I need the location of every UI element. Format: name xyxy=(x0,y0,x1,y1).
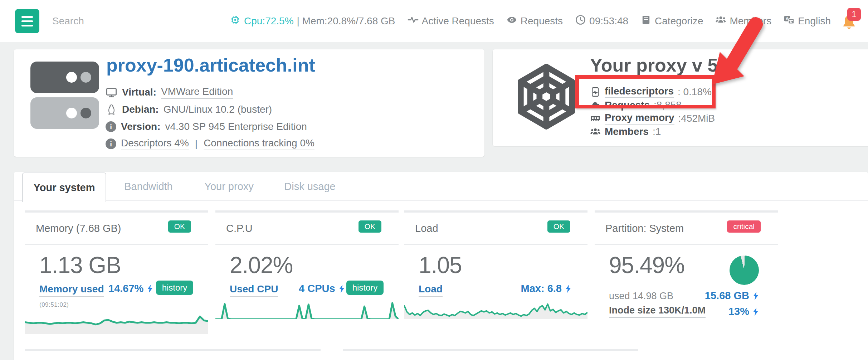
memory-usage-text: | Mem:20.8%/7.68 GB xyxy=(297,15,395,27)
nav-language[interactable]: A English xyxy=(784,14,831,28)
memory-used-link[interactable]: Memory used xyxy=(39,283,104,297)
load-max-value: Max: 6.8 xyxy=(521,283,562,295)
filedescriptors-value: : 0.18% xyxy=(678,86,712,98)
cpu-count-value: 4 CPUs xyxy=(299,283,335,295)
members-line: Members :1 xyxy=(590,125,715,138)
cpu-usage-sparkline xyxy=(215,302,399,319)
nav-categorize[interactable]: Categorize xyxy=(640,14,703,28)
used-cpu-link[interactable]: Used CPU xyxy=(230,283,278,297)
spider-web-icon xyxy=(511,61,582,132)
requests-value: :8,858 xyxy=(654,99,682,111)
next-panel-top-rule xyxy=(343,349,638,351)
system-stats: Cpu:72.5% | Mem:20.8%/7.68 GB xyxy=(230,14,395,28)
panel-divider xyxy=(595,244,778,245)
connections-tracking-link[interactable]: Connections tracking 0% xyxy=(204,137,314,150)
inode-percent-value: 13% xyxy=(728,306,749,317)
search-input[interactable] xyxy=(52,11,181,31)
cpu-status-badge: OK xyxy=(359,220,381,233)
memory-percent-value: 14.67% xyxy=(108,283,143,295)
server-stack-icon xyxy=(30,62,99,140)
virtual-info-line: Virtual: VMWare Edition xyxy=(106,84,314,101)
users-icon xyxy=(590,126,601,137)
separator: | xyxy=(194,138,199,150)
tab-disk-usage[interactable]: Disk usage xyxy=(270,172,349,201)
eye-icon xyxy=(506,14,517,28)
filedescriptors-link[interactable]: filedescriptors xyxy=(605,86,674,98)
load-max-metric: Max: 6.8 xyxy=(521,283,573,295)
memory-value: 1.13 GB xyxy=(39,252,121,278)
proxy-summary-card: Your proxy v 5 filedescriptors : 0.18% R… xyxy=(493,49,868,146)
nav-active-requests-label: Active Requests xyxy=(422,15,494,27)
virtual-edition-link[interactable]: VMWare Edition xyxy=(161,86,233,99)
cpu-chip-icon xyxy=(230,14,241,28)
info-icon xyxy=(106,138,116,149)
nav-requests[interactable]: Requests xyxy=(506,14,563,28)
virtual-label: Virtual: xyxy=(122,87,156,98)
requests-label: Requests xyxy=(605,99,650,111)
memory-status-badge: OK xyxy=(168,220,191,233)
penguin-icon xyxy=(106,104,117,116)
cloud-icon xyxy=(590,100,601,111)
memory-panel: Memory (7.68 GB) OK 1.13 GB Memory used … xyxy=(25,210,208,344)
filedescriptors-line: filedescriptors : 0.18% xyxy=(590,85,715,98)
server-hostname-link[interactable]: proxy-190.articatech.int xyxy=(106,54,315,76)
info-icon xyxy=(106,121,116,132)
cpu-count-metric: 4 CPUs xyxy=(299,283,347,295)
debian-info-line: Debian: GNU/Linux 10.2 (buster) xyxy=(106,101,314,118)
partition-panel-title: Partition: System xyxy=(605,223,684,234)
bolt-icon[interactable] xyxy=(564,284,573,293)
nav-categorize-label: Categorize xyxy=(655,15,703,27)
notification-count-badge[interactable]: 1 xyxy=(847,8,861,21)
inode-size-link[interactable]: Inode size 130K/1.0M xyxy=(609,305,706,318)
bolt-icon[interactable] xyxy=(751,307,761,316)
cpu-value: 2.02% xyxy=(230,252,293,278)
nav-members[interactable]: Members xyxy=(715,14,771,28)
load-value: 1.05 xyxy=(419,252,462,278)
activity-icon xyxy=(408,14,419,28)
clock-icon xyxy=(575,14,586,28)
nav-members-label: Members xyxy=(730,15,771,27)
partition-used-text: used 14.98 GB xyxy=(609,291,673,302)
dashboard-page: Cpu:72.5% | Mem:20.8%/7.68 GB Active Req… xyxy=(0,0,868,360)
cpu-history-button[interactable]: history xyxy=(346,281,384,295)
descriptors-link[interactable]: Descriptors 4% xyxy=(121,137,189,150)
load-status-badge: OK xyxy=(547,220,570,233)
load-sparkline xyxy=(404,302,587,319)
bolt-icon[interactable] xyxy=(337,284,347,293)
dashboard-tabs: Your system Bandwidth Your proxy Disk us… xyxy=(14,172,868,201)
proxy-memory-link[interactable]: Proxy memory xyxy=(605,112,674,125)
tab-your-system[interactable]: Your system xyxy=(22,172,106,202)
file-activity-icon xyxy=(590,87,601,97)
panel-divider xyxy=(25,244,208,245)
partition-size-value: 15.68 GB xyxy=(705,290,749,302)
panel-divider xyxy=(404,244,587,245)
partition-panel: Partition: System critical 95.49% used 1… xyxy=(595,210,778,344)
tab-your-proxy[interactable]: Your proxy xyxy=(190,172,268,201)
server-info-list: Virtual: VMWare Edition Debian: GNU/Linu… xyxy=(106,84,314,152)
memory-panel-title: Memory (7.68 GB) xyxy=(36,223,121,234)
proxy-version-title: Your proxy v 5 xyxy=(590,54,718,76)
navbar-items: Cpu:72.5% | Mem:20.8%/7.68 GB Active Req… xyxy=(230,0,831,42)
nav-active-requests[interactable]: Active Requests xyxy=(408,14,494,28)
server-summary-card: proxy-190.articatech.int Virtual: VMWare… xyxy=(14,49,484,157)
cpu-usage-text: Cpu:72.5% xyxy=(244,15,294,27)
nav-clock[interactable]: 09:53:48 xyxy=(575,14,628,28)
partition-usage-pie-chart xyxy=(730,256,759,285)
bolt-icon[interactable] xyxy=(146,284,155,293)
navbar-time: 09:53:48 xyxy=(589,15,628,27)
notifications-bell[interactable]: 1 xyxy=(840,8,859,33)
cpu-panel-title: C.P.U xyxy=(226,223,253,234)
tab-bandwidth[interactable]: Bandwidth xyxy=(109,172,188,201)
translate-icon: A xyxy=(784,14,795,28)
load-link[interactable]: Load xyxy=(419,283,443,297)
version-info-line: Version: v4.30 SP 945 Enterprise Edition xyxy=(106,118,314,135)
journal-icon xyxy=(640,14,652,28)
bolt-icon[interactable] xyxy=(751,291,761,301)
members-label: Members xyxy=(605,126,649,137)
partition-size-metric: 15.68 GB xyxy=(705,290,761,302)
monitor-icon xyxy=(106,87,117,98)
menu-toggle-button[interactable] xyxy=(15,9,39,33)
memory-history-button[interactable]: history xyxy=(156,281,193,295)
debian-value: GNU/Linux 10.2 (buster) xyxy=(164,104,272,115)
descriptors-info-line: Descriptors 4% | Connections tracking 0% xyxy=(106,135,314,152)
